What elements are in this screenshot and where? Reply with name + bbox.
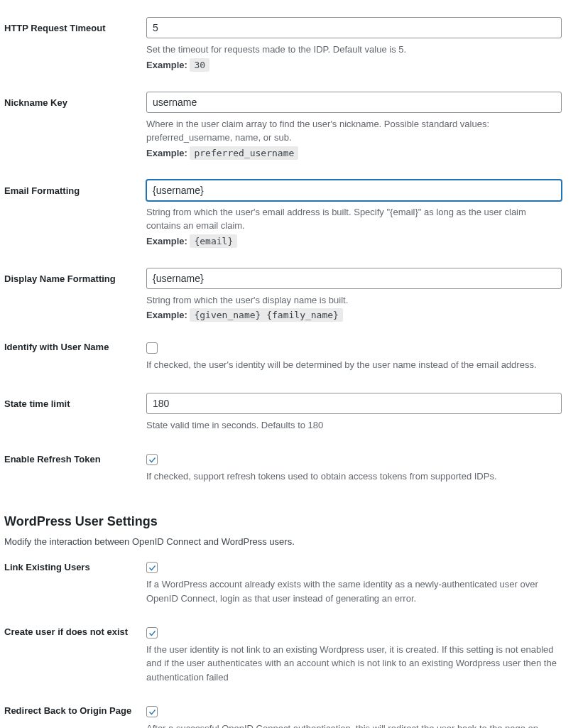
redirect-back-checkbox[interactable] bbox=[146, 706, 158, 717]
section-title: WordPress User Settings bbox=[4, 514, 576, 532]
section-description: Modify the interaction between OpenID Co… bbox=[4, 536, 576, 547]
email-formatting-label: Email Formatting bbox=[4, 180, 146, 197]
example-code: {email} bbox=[190, 234, 237, 248]
identify-with-user-name-description: If checked, the user's identity will be … bbox=[146, 358, 562, 372]
redirect-back-description: After a successful OpenID Connect authen… bbox=[146, 722, 562, 728]
http-request-timeout-description: Set the timeout for requests made to the… bbox=[146, 43, 562, 57]
example-code: preferred_username bbox=[190, 146, 298, 160]
display-name-formatting-description: String from which the user's display nam… bbox=[146, 293, 562, 308]
identify-with-user-name-checkbox[interactable] bbox=[146, 342, 158, 354]
example-label: Example: bbox=[146, 236, 187, 246]
create-user-checkbox[interactable] bbox=[146, 627, 158, 639]
link-existing-users-description: If a WordPress account already exists wi… bbox=[146, 577, 562, 605]
example-label: Example: bbox=[146, 310, 187, 320]
enable-refresh-token-checkbox[interactable] bbox=[146, 454, 158, 465]
nickname-key-label: Nickname Key bbox=[4, 92, 146, 109]
email-formatting-input[interactable] bbox=[146, 180, 562, 201]
create-user-description: If the user identity is not link to an e… bbox=[146, 643, 562, 685]
display-name-formatting-input[interactable] bbox=[146, 268, 562, 289]
link-existing-users-checkbox[interactable] bbox=[146, 562, 158, 573]
identify-with-user-name-label: Identify with User Name bbox=[4, 342, 146, 354]
link-existing-users-label: Link Existing Users bbox=[4, 562, 146, 574]
display-name-formatting-label: Display Name Formatting bbox=[4, 268, 146, 286]
state-time-limit-label: State time limit bbox=[4, 393, 146, 411]
enable-refresh-token-description: If checked, support refresh tokens used … bbox=[146, 469, 562, 484]
email-formatting-description: String from which the user's email addre… bbox=[146, 205, 562, 233]
example-label: Example: bbox=[146, 148, 187, 158]
enable-refresh-token-label: Enable Refresh Token bbox=[4, 454, 146, 466]
state-time-limit-input[interactable] bbox=[146, 393, 562, 414]
http-request-timeout-label: HTTP Request Timeout bbox=[4, 17, 146, 35]
create-user-label: Create user if does not exist bbox=[4, 626, 146, 639]
state-time-limit-description: State valid time in seconds. Defaults to… bbox=[146, 418, 562, 433]
example-code: 30 bbox=[190, 58, 209, 72]
example-code: {given_name} {family_name} bbox=[190, 308, 343, 322]
example-label: Example: bbox=[146, 60, 187, 70]
nickname-key-input[interactable] bbox=[146, 92, 562, 113]
nickname-key-description: Where in the user claim array to find th… bbox=[146, 117, 562, 145]
http-request-timeout-input[interactable] bbox=[146, 17, 562, 38]
redirect-back-label: Redirect Back to Origin Page bbox=[4, 705, 146, 717]
